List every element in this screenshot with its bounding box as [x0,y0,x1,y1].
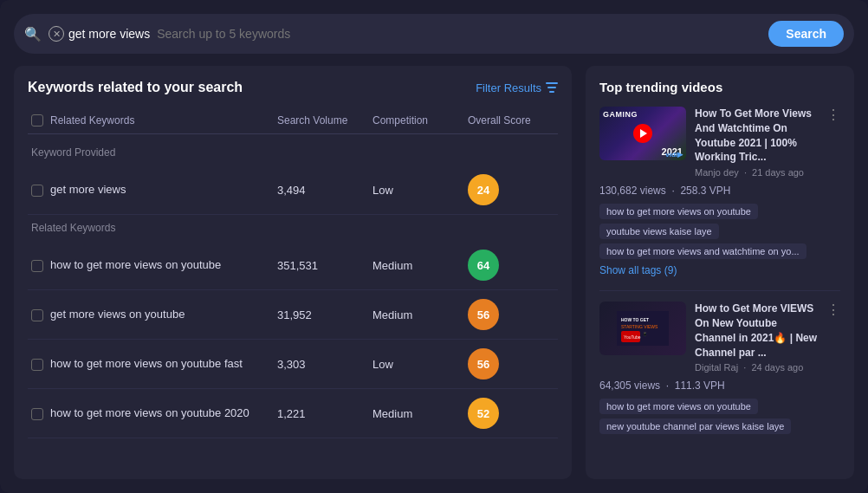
trending-title: Top trending videos [599,80,840,94]
row-competition: Low [372,358,468,371]
table-row: how to get more views on youtube 2020 1,… [28,389,558,438]
score-badge: 56 [468,299,499,330]
row-keyword-cell: get more views on youtube [31,308,277,321]
row-volume: 31,952 [277,308,372,321]
tag: youtube views kaise laye [599,224,719,239]
panel-header: Keywords related to your search Filter R… [28,80,558,95]
svg-text:📱: 📱 [643,332,647,336]
row-checkbox[interactable] [31,260,43,272]
search-icon: 🔍 [24,26,42,42]
video-stats: 130,682 views · 258.3 VPH [599,185,840,197]
svg-rect-0 [546,82,558,84]
filter-results-button[interactable]: Filter Results [476,81,558,94]
play-button[interactable] [633,124,652,143]
tags-list: how to get more views on youtube youtube… [599,204,840,259]
col-header-competition: Competition [372,114,468,126]
row-checkbox[interactable] [31,185,43,197]
col-header-volume: Search Volume [277,114,372,126]
close-tag-icon[interactable]: ✕ [49,26,64,42]
search-button[interactable]: Search [768,21,844,47]
row-volume: 3,494 [277,184,372,197]
tag: how to get more views on youtube [599,204,758,219]
main-content: Keywords related to your search Filter R… [14,66,854,479]
row-keyword-cell: get more views [31,183,277,197]
row-keyword-cell: how to get more views on youtube fast [31,357,277,371]
tags-list: how to get more views on youtube new you… [599,399,840,434]
video-top: HOW TO GET STARTING VIEWS YouTube 📱 How … [599,302,840,373]
tag: new youtube channel par views kaise laye [599,418,791,434]
search-tag: ✕ get more views [49,26,150,42]
row-checkbox[interactable] [31,359,43,371]
filter-icon [546,82,558,93]
row-keyword-cell: how to get more views on youtube 2020 [31,406,277,420]
table-row: how to get more views on youtube 351,531… [28,241,558,290]
right-panel: Top trending videos 2021 vidi▶ How To Ge… [586,66,854,479]
video-meta: How To Get More Views And Watchtime On Y… [695,107,818,178]
svg-text:STARTING VIEWS: STARTING VIEWS [621,324,658,329]
search-tag-text: get more views [68,27,150,41]
show-all-tags-button[interactable]: Show all tags (9) [599,264,840,276]
video-channel: Digital Raj · 24 days ago [695,362,818,373]
header-checkbox[interactable] [31,114,43,126]
keywords-table: Related Keywords Search Volume Competiti… [28,107,558,438]
search-bar: 🔍 ✕ get more views Search [14,14,854,54]
row-competition: Medium [372,407,468,420]
video-thumbnail[interactable]: 2021 vidi▶ [599,107,686,160]
video-channel: Manjo dey · 21 days ago [695,167,818,178]
row-volume: 3,303 [277,358,372,371]
video-more-button[interactable]: ⋮ [826,107,840,178]
left-panel: Keywords related to your search Filter R… [14,66,572,479]
row-competition: Medium [372,308,468,321]
score-badge: 52 [468,398,499,429]
video-thumbnail[interactable]: HOW TO GET STARTING VIEWS YouTube 📱 [599,302,686,355]
video-more-button[interactable]: ⋮ [826,302,840,373]
tag: how to get more views on youtube [599,399,758,414]
score-badge: 24 [468,174,499,205]
svg-rect-2 [549,91,554,93]
table-header: Related Keywords Search Volume Competiti… [28,107,558,134]
col-header-score: Overall Score [468,114,554,126]
row-volume: 351,531 [277,259,372,272]
table-row: get more views 3,494 Low 24 [28,165,558,215]
video-meta: How to Get More VIEWS On New Youtube Cha… [695,302,818,373]
score-badge: 64 [468,250,499,281]
row-competition: Medium [372,259,468,272]
search-input[interactable] [157,27,761,41]
tag: how to get more views and watchtime on y… [599,243,806,259]
score-badge: 56 [468,348,499,379]
row-competition: Low [372,184,468,197]
row-keyword-cell: how to get more views on youtube [31,258,277,272]
video-title: How To Get More Views And Watchtime On Y… [695,107,818,165]
row-volume: 1,221 [277,407,372,420]
svg-text:YouTube: YouTube [624,334,641,340]
video-card: HOW TO GET STARTING VIEWS YouTube 📱 How … [599,302,840,434]
app-container: 🔍 ✕ get more views Search Keywords relat… [0,0,868,493]
section-related: Related Keywords [28,215,558,241]
svg-rect-1 [547,87,556,88]
section-keyword-provided: Keyword Provided [28,139,558,165]
video-stats: 64,305 views · 111.3 VPH [599,379,840,392]
video-card: 2021 vidi▶ How To Get More Views And Wat… [599,107,840,276]
thumb-svg: HOW TO GET STARTING VIEWS YouTube 📱 [617,311,669,346]
video-title: How to Get More VIEWS On New Youtube Cha… [695,302,818,360]
video-divider [599,290,840,291]
video-top: 2021 vidi▶ How To Get More Views And Wat… [599,107,840,178]
table-row: how to get more views on youtube fast 3,… [28,340,558,389]
svg-text:HOW TO GET: HOW TO GET [621,317,649,322]
col-header-keyword: Related Keywords [31,114,277,126]
row-checkbox[interactable] [31,309,43,321]
panel-title: Keywords related to your search [28,80,243,95]
table-row: get more views on youtube 31,952 Medium … [28,290,558,340]
row-checkbox[interactable] [31,408,43,420]
